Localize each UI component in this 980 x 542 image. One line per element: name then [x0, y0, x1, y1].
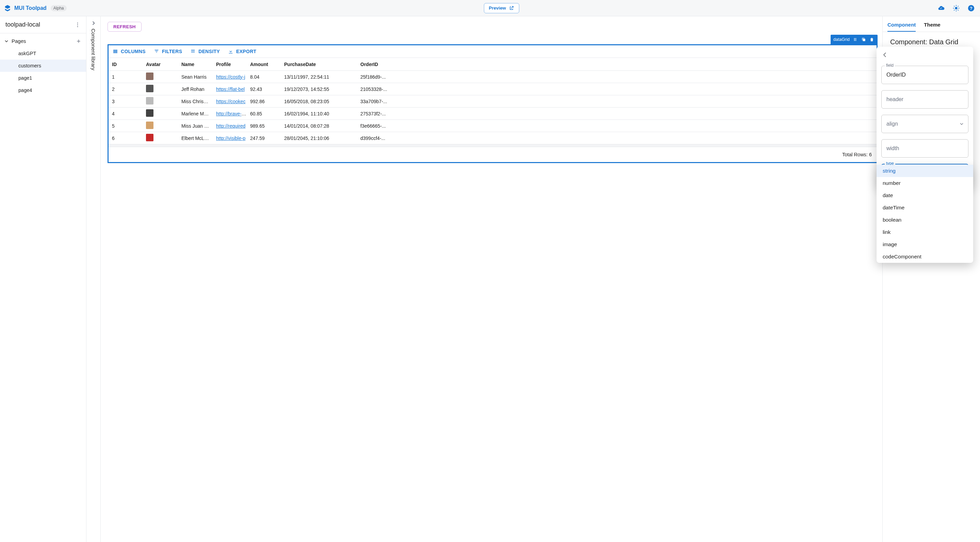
profile-link[interactable]: https://cookec	[216, 99, 245, 104]
duplicate-icon[interactable]	[861, 37, 867, 43]
pages-section: Pages askGPTcustomerspage1page4	[0, 33, 86, 98]
col-header[interactable]: ID	[112, 62, 146, 67]
table-row[interactable]: 6Elbert McL…http://visible-p247.5928/01/…	[108, 132, 877, 144]
profile-link[interactable]: https://flat-bel	[216, 86, 245, 92]
col-header[interactable]: Profile	[216, 62, 250, 67]
profile-link[interactable]: http://required	[216, 123, 245, 129]
pages-label: Pages	[11, 38, 73, 44]
page-item-page1[interactable]: page1	[0, 72, 86, 84]
col-header[interactable]: Avatar	[146, 62, 181, 67]
pages-header[interactable]: Pages	[0, 35, 86, 47]
table-row[interactable]: 4Marlene M…http://brave-we60.8516/02/199…	[108, 107, 877, 120]
field-input[interactable]: OrderID	[881, 66, 969, 84]
tab-theme[interactable]: Theme	[924, 18, 940, 32]
cell-amount: 60.85	[250, 111, 284, 116]
type-option-number[interactable]: number	[877, 177, 973, 189]
grid-filters-button[interactable]: FILTERS	[154, 49, 182, 54]
header-input-wrapper: header	[881, 90, 969, 108]
canvas: REFRESH dataGrid COLUMNS FILTERS DENSITY	[101, 16, 882, 542]
page-item-askGPT[interactable]: askGPT	[0, 47, 86, 60]
avatar-icon	[146, 97, 153, 105]
cell-date: 14/01/2014, 08:07:28	[284, 123, 360, 129]
component-library-rail[interactable]: Component library	[86, 16, 101, 542]
profile-link[interactable]: https://costly-j	[216, 74, 245, 80]
type-option-boolean[interactable]: boolean	[877, 214, 973, 226]
inspector-title: Component: Data Grid	[883, 32, 980, 48]
type-option-link[interactable]: link	[877, 226, 973, 238]
cell-id: 5	[112, 123, 146, 129]
cell-amount: 92.43	[250, 86, 284, 92]
type-option-string[interactable]: string	[877, 165, 973, 177]
type-option-codeComponent[interactable]: codeComponent	[877, 250, 973, 263]
cell-amount: 247.59	[250, 136, 284, 141]
help-icon[interactable]: ?	[966, 3, 976, 13]
grid-footer: Total Rows: 6	[108, 147, 877, 162]
profile-link[interactable]: http://visible-p	[216, 136, 245, 141]
cloud-sync-icon[interactable]	[937, 3, 946, 13]
sidebar-header: toolpad-local	[0, 16, 86, 33]
align-select[interactable]: align	[881, 115, 969, 133]
avatar-icon	[146, 134, 153, 141]
svg-point-16	[854, 40, 855, 41]
col-header[interactable]: Amount	[250, 62, 284, 67]
type-dropdown-menu: stringnumberdatedateTimebooleanlinkimage…	[877, 165, 973, 263]
cell-avatar	[146, 97, 181, 105]
open-external-icon	[509, 5, 514, 11]
type-option-date[interactable]: date	[877, 189, 973, 202]
tab-component[interactable]: Component	[888, 18, 916, 32]
type-option-dateTime[interactable]: dateTime	[877, 202, 973, 214]
cell-name: Marlene M…	[181, 111, 216, 116]
theme-toggle-icon[interactable]	[951, 3, 961, 13]
refresh-button[interactable]: REFRESH	[108, 22, 142, 32]
header-input[interactable]: header	[881, 90, 969, 108]
cell-id: 6	[112, 136, 146, 141]
rail-label: Component library	[91, 29, 96, 70]
col-header[interactable]: Name	[181, 62, 216, 67]
cell-id: 3	[112, 99, 146, 104]
appbar-actions: ?	[937, 3, 976, 13]
avatar-icon	[146, 121, 153, 129]
grid-density-button[interactable]: DENSITY	[190, 49, 220, 54]
brand-title: MUI Toolpad	[14, 5, 47, 11]
cell-profile: http://brave-we	[216, 111, 250, 116]
density-icon	[190, 49, 196, 54]
svg-line-5	[954, 6, 955, 6]
columns-icon	[113, 49, 118, 54]
filter-icon	[154, 49, 159, 54]
svg-point-19	[856, 40, 856, 41]
grid-columns-button[interactable]: COLUMNS	[113, 49, 146, 54]
back-icon[interactable]	[881, 51, 888, 58]
selection-label: dataGrid	[833, 37, 850, 42]
col-header[interactable]: PurchaseDate	[284, 62, 360, 67]
svg-point-11	[77, 22, 78, 24]
cell-profile: https://cookec	[216, 99, 250, 104]
field-label: field	[885, 63, 895, 68]
cell-order: 33a709b7-...	[360, 99, 873, 104]
svg-point-12	[77, 24, 78, 25]
expand-rail-icon[interactable]	[92, 21, 95, 25]
add-page-icon[interactable]	[76, 38, 81, 44]
table-row[interactable]: 5Miss Juan …http://required989.6514/01/2…	[108, 120, 877, 132]
type-option-image[interactable]: image	[877, 238, 973, 250]
cell-order: 21053328-...	[360, 86, 873, 92]
page-item-page4[interactable]: page4	[0, 84, 86, 96]
drag-handle-icon[interactable]	[853, 37, 859, 43]
table-row[interactable]: 1Sean Harrishttps://costly-j8.0413/11/19…	[108, 70, 877, 83]
project-menu-icon[interactable]	[75, 22, 81, 28]
delete-icon[interactable]	[869, 37, 875, 43]
grid-scrollbar[interactable]	[108, 144, 877, 147]
page-item-customers[interactable]: customers	[0, 60, 86, 72]
field-input-wrapper: field OrderID	[881, 66, 969, 84]
grid-export-button[interactable]: EXPORT	[228, 49, 256, 54]
profile-link[interactable]: http://brave-we	[216, 111, 248, 116]
preview-button[interactable]: Preview	[484, 3, 519, 13]
table-row[interactable]: 2Jeff Rohanhttps://flat-bel92.4319/12/20…	[108, 83, 877, 95]
data-grid[interactable]: COLUMNS FILTERS DENSITY EXPORT ID Avatar	[108, 44, 878, 163]
width-input[interactable]: width	[881, 139, 969, 158]
alpha-badge: Alpha	[51, 5, 67, 11]
cell-date: 28/01/2045, 21:10:06	[284, 136, 360, 141]
table-row[interactable]: 3Miss Chris…https://cookec992.8616/05/20…	[108, 95, 877, 107]
chevron-down-icon	[5, 40, 9, 43]
toolpad-logo-icon	[4, 5, 11, 12]
col-header[interactable]: OrderID	[360, 62, 873, 67]
